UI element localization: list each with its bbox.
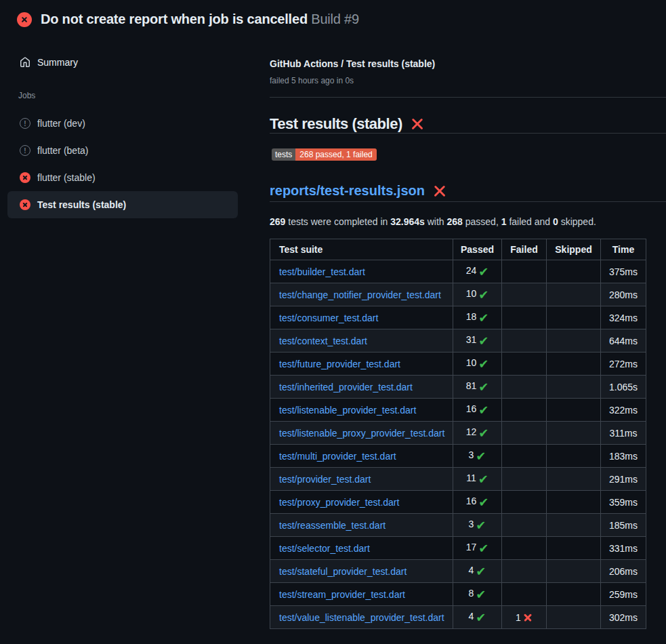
job-label: Test results (stable) (37, 199, 126, 210)
sidebar-item-summary[interactable]: Summary (20, 57, 78, 68)
passed-cell: 3✔ (453, 514, 502, 537)
time-cell: 1.065s (601, 376, 646, 399)
time-cell: 302ms (601, 606, 646, 629)
column-header: Skipped (547, 239, 601, 260)
failed-cell (502, 514, 547, 537)
job-label: flutter (dev) (37, 118, 85, 129)
check-icon: ✔ (478, 311, 488, 325)
job-label: flutter (beta) (37, 145, 88, 156)
summary-label: Summary (37, 57, 78, 68)
failed-cell (502, 399, 547, 422)
stale-icon: ! (20, 118, 30, 129)
jobs-section-label: Jobs (18, 91, 35, 100)
time-cell: 206ms (601, 560, 646, 583)
skipped-cell (547, 537, 601, 560)
table-row: test/reassemble_test.dart3✔185ms (270, 514, 646, 537)
job-list: !flutter (dev)!flutter (beta)flutter (st… (7, 110, 238, 218)
failed-x-icon (433, 184, 446, 198)
table-row: test/future_provider_test.dart10✔272ms (270, 353, 646, 376)
check-run-meta: failed 5 hours ago in 0s (270, 76, 354, 85)
failed-cell (502, 491, 547, 514)
check-icon: ✔ (478, 288, 488, 302)
failed-x-icon (411, 117, 424, 131)
time-cell: 331ms (601, 537, 646, 560)
time-cell: 183ms (601, 445, 646, 468)
failed-cell (502, 329, 547, 353)
suite-link[interactable]: test/multi_provider_test.dart (279, 451, 396, 462)
failed-cell (502, 283, 547, 306)
passed-cell: 81✔ (453, 376, 502, 399)
time-cell: 291ms (601, 468, 646, 491)
tests-badge: tests 268 passed, 1 failed (272, 148, 377, 161)
failed-cell (502, 583, 547, 606)
check-icon: ✔ (478, 334, 488, 348)
failed-cell (502, 468, 547, 491)
column-header: Failed (502, 239, 547, 260)
x-circle-icon (20, 172, 30, 183)
table-row: test/value_listenable_provider_test.dart… (270, 606, 646, 629)
home-icon (20, 57, 30, 68)
table-row: test/builder_test.dart24✔375ms (270, 260, 646, 283)
passed-cell: 16✔ (453, 399, 502, 422)
passed-cell: 3✔ (453, 445, 502, 468)
failed-cell (502, 376, 547, 399)
suite-link[interactable]: test/stateful_provider_test.dart (279, 566, 407, 577)
time-cell: 322ms (601, 399, 646, 422)
suite-link[interactable]: test/inherited_provider_test.dart (279, 382, 413, 393)
sidebar-job-item[interactable]: !flutter (beta) (7, 137, 238, 164)
passed-cell: 10✔ (453, 353, 502, 376)
divider (270, 133, 666, 134)
passed-cell: 10✔ (453, 283, 502, 306)
skipped-cell (547, 514, 601, 537)
column-header: Time (601, 239, 646, 260)
suite-link[interactable]: test/context_test.dart (279, 336, 367, 346)
suite-link[interactable]: test/future_provider_test.dart (279, 359, 400, 369)
time-cell: 359ms (601, 491, 646, 514)
check-run-title: GitHub Actions / Test results (stable) (270, 58, 435, 69)
divider (270, 97, 666, 98)
x-icon (524, 613, 533, 622)
table-row: test/inherited_provider_test.dart81✔1.06… (270, 376, 646, 399)
main-content: GitHub Actions / Test results (stable) f… (270, 0, 666, 644)
divider (270, 201, 666, 202)
check-icon: ✔ (478, 542, 488, 555)
badge-value: 268 passed, 1 failed (295, 148, 376, 161)
table-row: test/stateful_provider_test.dart4✔206ms (270, 560, 646, 583)
suite-link[interactable]: test/proxy_provider_test.dart (279, 497, 399, 508)
table-row: test/listenable_proxy_provider_test.dart… (270, 422, 646, 445)
check-icon: ✔ (478, 380, 488, 394)
table-row: test/change_notifier_provider_test.dart1… (270, 283, 646, 306)
failed-cell (502, 260, 547, 283)
sidebar-job-item[interactable]: flutter (stable) (7, 164, 238, 191)
passed-cell: 16✔ (453, 491, 502, 514)
suite-link[interactable]: test/stream_provider_test.dart (279, 589, 405, 600)
skipped-cell (547, 445, 601, 468)
sidebar-job-item[interactable]: Test results (stable) (7, 191, 238, 218)
suite-link[interactable]: test/selector_test.dart (279, 543, 370, 554)
table-row: test/consumer_test.dart18✔324ms (270, 306, 646, 329)
report-heading[interactable]: reports/test-results.json (270, 183, 446, 199)
skipped-cell (547, 376, 601, 399)
suite-link[interactable]: test/listenable_provider_test.dart (279, 405, 416, 416)
suite-link[interactable]: test/builder_test.dart (279, 266, 365, 277)
job-label: flutter (stable) (37, 172, 96, 183)
report-title-link[interactable]: reports/test-results.json (270, 183, 425, 199)
suite-link[interactable]: test/provider_test.dart (279, 474, 371, 485)
sidebar-job-item[interactable]: !flutter (dev) (7, 110, 238, 137)
table-header-row: Test suitePassedFailedSkippedTime (270, 239, 646, 260)
failed-cell (502, 306, 547, 329)
suite-link[interactable]: test/value_listenable_provider_test.dart (279, 612, 444, 623)
skipped-cell (547, 491, 601, 514)
suite-link[interactable]: test/reassemble_test.dart (279, 520, 386, 531)
passed-cell: 4✔ (453, 560, 502, 583)
check-icon: ✔ (476, 611, 486, 624)
check-icon: ✔ (478, 265, 488, 279)
suite-link[interactable]: test/change_notifier_provider_test.dart (279, 289, 441, 300)
suite-link[interactable]: test/listenable_proxy_provider_test.dart (279, 428, 444, 439)
skipped-cell (547, 329, 601, 353)
badge-label: tests (272, 148, 295, 161)
table-row: test/context_test.dart31✔644ms (270, 329, 646, 353)
build-title: Do not create report when job is cancell… (41, 12, 308, 26)
suite-link[interactable]: test/consumer_test.dart (279, 313, 378, 323)
check-icon: ✔ (476, 519, 486, 532)
